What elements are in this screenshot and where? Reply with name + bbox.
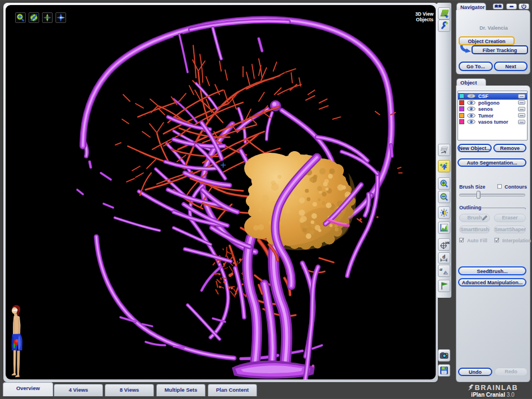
svg-text:d: d [442, 254, 445, 260]
svg-text:α: α [440, 266, 443, 272]
svg-text:val: val [445, 241, 450, 245]
